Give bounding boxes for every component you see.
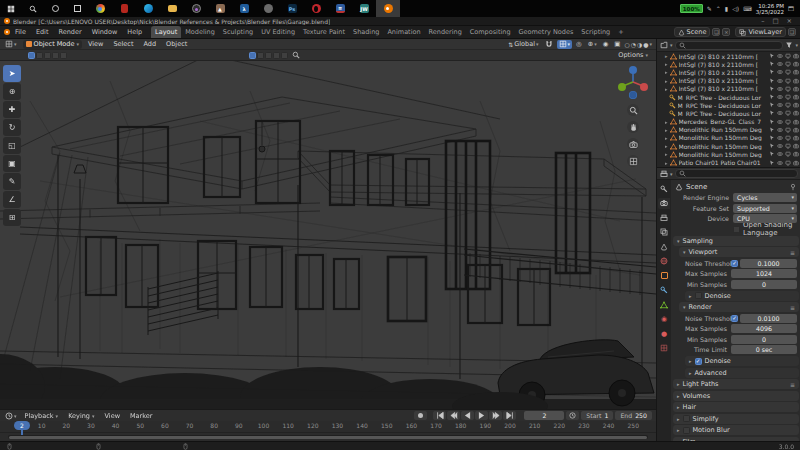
physics-tab-icon[interactable]: ◉ — [658, 314, 670, 325]
disable-viewports-icon[interactable] — [785, 94, 791, 100]
outliner-display-caret[interactable]: ▾ — [670, 42, 673, 48]
selectable-icon[interactable] — [769, 53, 775, 59]
tab-modeling[interactable]: Modeling — [181, 26, 219, 38]
selectable-icon[interactable] — [769, 160, 775, 166]
timeline-scrollbar[interactable] — [8, 435, 648, 439]
disable-render-icon[interactable] — [793, 102, 799, 108]
tab-sculpting[interactable]: Sculpting — [219, 26, 257, 38]
new-scene-button[interactable]: ❏ — [712, 28, 720, 36]
outliner-filter-icon[interactable] — [785, 41, 793, 49]
outliner-row[interactable]: ▸IntSgl (7) 810 x 2110mm [ — [657, 60, 800, 68]
shading-solid-icon[interactable]: ◔ — [631, 41, 636, 48]
texture-tab-icon[interactable] — [658, 343, 670, 354]
viewport-menu-select[interactable]: Select — [109, 40, 137, 48]
timeline-menu-view[interactable]: View — [101, 412, 124, 420]
timeline-menu-playback[interactable]: Playback ▾ — [21, 412, 63, 420]
disable-viewports-icon[interactable] — [785, 86, 791, 92]
shading-dropdown-icon[interactable]: ▾ — [649, 41, 652, 47]
render-denoise-checkbox[interactable]: ✓ — [695, 358, 702, 365]
timeline-scrollbar-thumb[interactable] — [9, 436, 647, 439]
selectable-icon[interactable] — [769, 61, 775, 67]
view-layer-selector[interactable]: ViewLayer — [735, 27, 786, 37]
selectable-icon[interactable] — [769, 127, 775, 133]
selectable-icon[interactable] — [769, 78, 775, 84]
taskbar-search-icon[interactable] — [22, 0, 44, 17]
viewport-menu-add[interactable]: Add — [139, 40, 160, 48]
header-extra-icon-4[interactable] — [273, 52, 280, 59]
options-dropdown[interactable]: Options ▾ — [618, 51, 648, 59]
selectable-icon[interactable] — [769, 69, 775, 75]
start-button[interactable] — [0, 0, 22, 17]
hide-viewport-icon[interactable] — [777, 53, 783, 59]
outliner-search-input[interactable] — [675, 41, 784, 50]
disable-viewports-icon[interactable] — [785, 61, 791, 67]
feature-set-dropdown[interactable]: Supported — [733, 204, 797, 213]
new-view-layer-button[interactable]: ❏ — [788, 28, 796, 36]
zoom-view-icon[interactable] — [627, 104, 639, 116]
disable-render-icon[interactable] — [793, 151, 799, 157]
pin-icon[interactable] — [789, 183, 797, 191]
render-max-samples-field[interactable]: 4096 — [731, 324, 797, 333]
render-engine-dropdown[interactable]: Cycles — [733, 193, 797, 202]
taskbar-app-blender[interactable] — [376, 0, 400, 17]
scene-tab-icon[interactable] — [658, 241, 670, 252]
measure-tool[interactable]: ∠ — [3, 191, 21, 208]
view-layer-tab-icon[interactable] — [658, 227, 670, 238]
mode-selector[interactable]: Object Mode ▾ — [23, 40, 82, 49]
taskbar-app-photoshop[interactable]: Ps — [280, 0, 304, 17]
menu-render[interactable]: Render — [53, 28, 86, 36]
disable-viewports-icon[interactable] — [785, 53, 791, 59]
motion-blur-panel[interactable]: ▸Motion Blur — [673, 425, 799, 435]
taskbar-app-settings[interactable] — [256, 0, 280, 17]
play-button[interactable] — [475, 411, 488, 420]
tab-geometry-nodes[interactable]: Geometry Nodes — [515, 26, 578, 38]
light-paths-panel[interactable]: ▸Light Paths≡ — [673, 379, 799, 389]
next-keyframe-button[interactable] — [489, 411, 502, 420]
select-mode-extend-icon[interactable] — [36, 52, 43, 59]
selectable-icon[interactable] — [769, 151, 775, 157]
snapping-magnet-icon[interactable] — [543, 40, 555, 49]
disable-viewports-icon[interactable] — [785, 151, 791, 157]
material-tab-icon[interactable]: ● — [658, 328, 670, 339]
hide-viewport-icon[interactable] — [777, 143, 783, 149]
taskbar-app-chrome[interactable] — [88, 0, 112, 17]
select-mode-set-icon[interactable] — [28, 52, 35, 59]
preset-icon[interactable]: ≡ — [790, 304, 795, 311]
select-mode-invert-icon[interactable] — [52, 52, 59, 59]
tray-expand-icon[interactable]: ⌃ — [716, 5, 721, 12]
outliner-display-mode-icon[interactable] — [660, 41, 668, 49]
shading-rendered-icon[interactable]: ● — [643, 41, 648, 48]
hide-viewport-icon[interactable] — [777, 69, 783, 75]
particles-tab-icon[interactable] — [658, 299, 670, 310]
disable-viewports-icon[interactable] — [785, 143, 791, 149]
render-min-samples-field[interactable]: 0 — [731, 335, 797, 344]
render-panel-header[interactable]: ▾Render≡ — [679, 302, 799, 312]
hide-viewport-icon[interactable] — [777, 110, 783, 116]
start-frame-field[interactable]: Start1 — [581, 411, 613, 420]
selectable-icon[interactable] — [769, 110, 775, 116]
jump-to-end-button[interactable] — [503, 411, 516, 420]
taskbar-app-access[interactable]: ≡ — [328, 0, 352, 17]
editor-type-icon[interactable]: ▾ — [3, 40, 19, 49]
move-tool[interactable]: ✚ — [3, 101, 21, 118]
select-box-tool[interactable]: ➤ — [3, 65, 21, 82]
blender-menu-icon[interactable] — [4, 29, 10, 35]
hide-viewport-icon[interactable] — [777, 102, 783, 108]
taskbar-app-blue[interactable]: λ — [232, 0, 256, 17]
outliner-row[interactable]: ▸Monolithic Run 150mm Deg — [657, 142, 800, 150]
disable-render-icon[interactable] — [793, 160, 799, 166]
disable-render-icon[interactable] — [793, 61, 799, 67]
maximize-button[interactable]: □ — [772, 17, 778, 25]
render-denoise-panel[interactable]: ▸✓Denoise — [685, 356, 799, 366]
header-extra-icon-2[interactable] — [257, 52, 264, 59]
disable-render-icon[interactable] — [793, 78, 799, 84]
volumes-panel[interactable]: ▸Volumes — [673, 391, 799, 401]
pan-view-icon[interactable] — [627, 121, 639, 133]
outliner-row[interactable]: ▸IntSgl (2) 810 x 2110mm [ — [657, 52, 800, 60]
viewport-denoise-checkbox[interactable] — [695, 292, 702, 299]
taskbar-app-folder[interactable] — [160, 0, 184, 17]
tab-uv-editing[interactable]: UV Editing — [257, 26, 299, 38]
hide-viewport-icon[interactable] — [777, 151, 783, 157]
hide-viewport-icon[interactable] — [777, 61, 783, 67]
viewport-3d[interactable]: ➤ ⊕ ✚ ↻ ◱ ▣ ✎ ∠ ⊞ — [0, 61, 656, 409]
